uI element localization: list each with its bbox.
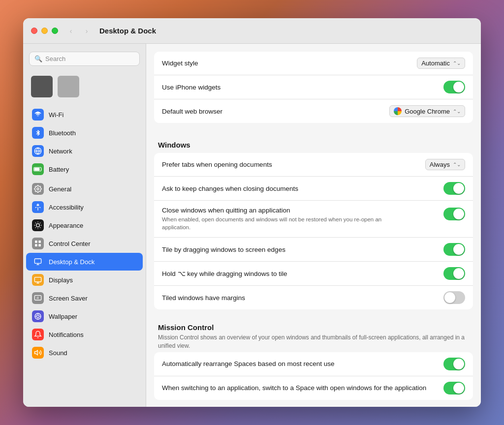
default-browser-row: Default web browser Google Chrome ⌃⌄	[154, 99, 473, 123]
sidebar-item-appearance[interactable]: Appearance	[26, 216, 143, 234]
sidebar-item-label-bluetooth: Bluetooth	[49, 129, 76, 137]
sound-icon	[32, 347, 44, 359]
auto-rearrange-toggle[interactable]	[443, 358, 465, 370]
search-bar[interactable]: 🔍 Search	[29, 52, 140, 66]
avatar-2[interactable]	[58, 76, 79, 97]
displays-icon	[32, 274, 44, 286]
sidebar-item-label-screen-saver: Screen Saver	[49, 295, 88, 302]
ask-keep-changes-toggle[interactable]	[443, 182, 465, 195]
svg-point-6	[36, 224, 40, 227]
notifications-icon	[32, 329, 44, 340]
content-area: 🔍 Search Wi-Fi	[23, 44, 481, 407]
sidebar-item-wifi[interactable]: Wi-Fi	[26, 106, 143, 123]
desktop-dock-icon	[32, 256, 44, 268]
chevron-updown-icon-2: ⌃⌄	[453, 109, 461, 114]
traffic-lights	[31, 28, 58, 34]
widget-section-group: Widget style Automatic ⌃⌄ Use iPhone wid…	[154, 52, 473, 123]
sidebar-item-label-notifications: Notifications	[49, 331, 84, 338]
sidebar-item-notifications[interactable]: Notifications	[26, 326, 143, 343]
sidebar-item-label-network: Network	[49, 148, 72, 155]
sidebar-item-accessibility[interactable]: Accessibility	[26, 198, 143, 216]
svg-marker-24	[34, 350, 37, 355]
mission-control-section-group: Automatically rearrange Spaces based on …	[154, 352, 473, 400]
sidebar-item-label-accessibility: Accessibility	[49, 204, 84, 211]
sidebar-item-screen-saver[interactable]: Screen Saver	[26, 289, 143, 307]
toggle-thumb-2	[453, 183, 464, 194]
tiled-margins-toggle[interactable]	[443, 291, 465, 304]
tile-dragging-toggle[interactable]	[443, 243, 465, 256]
auto-rearrange-label: Automatically rearrange Spaces based on …	[162, 360, 443, 367]
hold-option-toggle[interactable]	[443, 267, 465, 280]
hold-option-label: Hold ⌥ key while dragging windows to til…	[162, 270, 443, 277]
sidebar-item-battery[interactable]: Battery	[26, 160, 143, 178]
system-preferences-window: ‹ › Desktop & Dock 🔍 Search	[23, 18, 481, 407]
sidebar-item-bluetooth[interactable]: Bluetooth	[26, 124, 143, 142]
svg-rect-7	[35, 241, 37, 243]
wallpaper-icon	[32, 310, 44, 322]
sidebar-item-label-wifi: Wi-Fi	[49, 111, 63, 119]
sidebar-item-desktop-dock[interactable]: Desktop & Dock	[26, 253, 143, 271]
screen-saver-icon	[32, 292, 44, 304]
svg-rect-9	[35, 244, 37, 246]
sidebar-item-general[interactable]: General	[26, 180, 143, 198]
mission-control-description: Mission Control shows an overview of you…	[158, 334, 469, 350]
search-input[interactable]: Search	[45, 55, 134, 62]
control-center-icon	[32, 238, 44, 249]
prefer-tabs-value: Always	[430, 161, 450, 168]
prefer-tabs-dropdown[interactable]: Always ⌃⌄	[425, 159, 465, 170]
default-browser-dropdown[interactable]: Google Chrome ⌃⌄	[389, 105, 465, 117]
iphone-widgets-row: Use iPhone widgets	[154, 75, 473, 99]
close-windows-toggle[interactable]	[443, 208, 465, 220]
mission-control-header-area: Mission Control Mission Control shows an…	[146, 317, 481, 352]
sidebar-item-label-appearance: Appearance	[49, 222, 83, 229]
sidebar-item-label-displays: Displays	[49, 276, 73, 284]
svg-rect-10	[38, 244, 41, 246]
minimize-button[interactable]	[41, 28, 48, 34]
close-windows-text-group: Close windows when quitting an applicati…	[162, 207, 443, 231]
toggle-thumb-4	[453, 244, 464, 255]
windows-section-group: Prefer tabs when opening documents Alway…	[154, 153, 473, 309]
sidebar-item-label-desktop-dock: Desktop & Dock	[49, 258, 94, 266]
avatar-1[interactable]	[31, 76, 53, 97]
close-button[interactable]	[31, 28, 37, 34]
sidebar-item-sound[interactable]: Sound	[26, 344, 143, 362]
sidebar-item-label-general: General	[49, 185, 71, 193]
sidebar-item-wallpaper[interactable]: Wallpaper	[26, 307, 143, 325]
sidebar-item-network[interactable]: Network	[26, 142, 143, 160]
accessibility-icon	[32, 201, 44, 213]
iphone-widgets-label: Use iPhone widgets	[162, 84, 443, 91]
nav-buttons: ‹ ›	[64, 24, 94, 38]
close-windows-label: Close windows when quitting an applicati…	[162, 207, 443, 214]
sidebar-item-control-center[interactable]: Control Center	[26, 235, 143, 252]
maximize-button[interactable]	[52, 28, 58, 34]
iphone-widgets-toggle[interactable]	[443, 81, 465, 93]
wifi-icon	[32, 109, 44, 121]
widget-style-label: Widget style	[162, 60, 417, 67]
widget-style-value: Automatic	[421, 60, 450, 67]
appearance-icon	[32, 219, 44, 231]
sidebar-item-label-control-center: Control Center	[49, 240, 91, 247]
back-button[interactable]: ‹	[64, 24, 78, 38]
auto-rearrange-row: Automatically rearrange Spaces based on …	[154, 352, 473, 376]
sidebar-item-label-sound: Sound	[49, 349, 67, 357]
widget-style-dropdown[interactable]: Automatic ⌃⌄	[417, 58, 465, 69]
sidebar-section-general: General Accessibility Appearance	[23, 180, 146, 362]
switch-space-toggle[interactable]	[443, 382, 465, 395]
default-browser-label: Default web browser	[162, 108, 389, 115]
sidebar-item-displays[interactable]: Displays	[26, 271, 143, 289]
tile-dragging-label: Tile by dragging windows to screen edges	[162, 246, 443, 253]
ask-keep-changes-label: Ask to keep changes when closing documen…	[162, 185, 443, 192]
title-bar: ‹ › Desktop & Dock	[23, 18, 481, 44]
toggle-thumb-8	[453, 383, 464, 394]
sidebar-item-label-wallpaper: Wallpaper	[49, 313, 77, 320]
main-content: Widget style Automatic ⌃⌄ Use iPhone wid…	[146, 44, 481, 407]
sidebar-section-network: Wi-Fi Bluetooth Network	[23, 106, 146, 178]
switch-space-row: When switching to an application, switch…	[154, 376, 473, 400]
forward-button[interactable]: ›	[80, 24, 94, 38]
tiled-margins-label: Tiled windows have margins	[162, 294, 443, 302]
default-browser-value: Google Chrome	[405, 108, 450, 115]
svg-rect-11	[34, 259, 41, 263]
hold-option-row: Hold ⌥ key while dragging windows to til…	[154, 262, 473, 286]
tiled-margins-row: Tiled windows have margins	[154, 286, 473, 309]
user-avatars	[23, 72, 146, 105]
